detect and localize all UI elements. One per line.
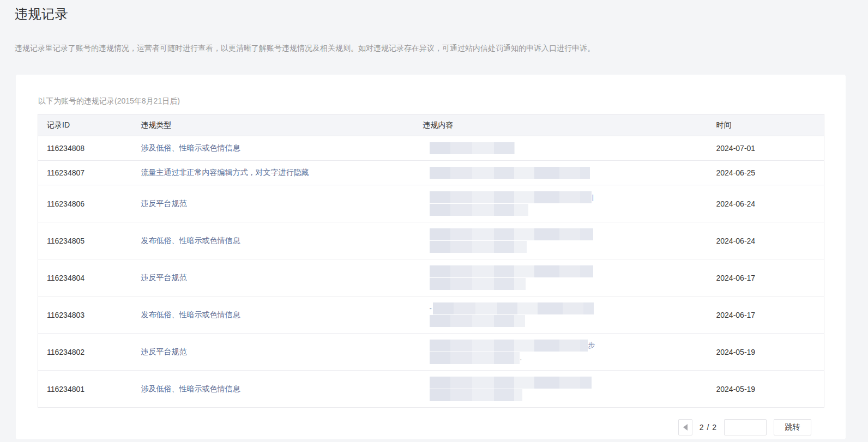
redacted-content-block [430, 228, 593, 240]
violation-type-cell: 涉及低俗、性暗示或色情信息 [132, 136, 414, 161]
violation-type-link[interactable]: 涉及低俗、性暗示或色情信息 [141, 384, 240, 393]
redacted-content-line [430, 265, 699, 277]
content-fragment: | [592, 191, 594, 203]
record-id-cell: 116234801 [38, 371, 132, 408]
violation-type-cell: 发布低俗、性暗示或色情信息 [132, 296, 414, 334]
violation-type-cell: 涉及低俗、性暗示或色情信息 [132, 371, 414, 408]
date-cell: 2024-07-01 [708, 136, 824, 161]
table-row: 116234808涉及低俗、性暗示或色情信息2024-07-01 [38, 136, 824, 161]
column-header-violation-content: 违规内容 [414, 114, 708, 136]
redacted-content-block [430, 389, 522, 401]
violation-type-cell: 违反平台规范 [132, 334, 414, 371]
redacted-content-line [430, 389, 699, 401]
column-header-record-id: 记录ID [38, 114, 132, 136]
table-row: 116234806违反平台规范|2024-06-24 [38, 185, 824, 222]
violation-content-cell [414, 259, 708, 296]
date-cell: 2024-06-17 [708, 296, 824, 334]
previous-page-button[interactable] [678, 419, 692, 435]
date-cell: 2024-05-19 [708, 371, 824, 408]
violation-content-cell: | [414, 185, 708, 222]
violation-content-cell: - [414, 296, 708, 334]
page-jump-input[interactable] [724, 419, 767, 435]
violation-content-cell [414, 136, 708, 161]
violation-type-link[interactable]: 违反平台规范 [141, 199, 187, 208]
record-id-cell: 116234806 [38, 185, 132, 222]
violation-records-card: 以下为账号的违规记录(2015年8月21日后) 记录ID 违规类型 违规内容 时… [16, 75, 846, 439]
previous-page-icon [683, 424, 688, 431]
record-id-cell: 116234808 [38, 136, 132, 161]
date-cell: 2024-06-24 [708, 222, 824, 259]
violation-type-link[interactable]: 违反平台规范 [141, 347, 187, 356]
table-row: 116234803发布低俗、性暗示或色情信息-2024-06-17 [38, 296, 824, 334]
table-row: 116234802违反平台规范步.2024-05-19 [38, 334, 824, 371]
table-row: 116234805发布低俗、性暗示或色情信息2024-06-24 [38, 222, 824, 259]
pagination: 2 / 2 跳转 [38, 419, 824, 435]
violation-type-link[interactable]: 违反平台规范 [141, 273, 187, 282]
violation-type-link[interactable]: 涉及低俗、性暗示或色情信息 [141, 143, 240, 152]
page-description: 违规记录里记录了账号的违规情况，运营者可随时进行查看，以更清晰了解账号违规情况及… [15, 43, 853, 53]
date-cell: 2024-06-25 [708, 161, 824, 185]
redacted-content-line [430, 228, 699, 240]
redacted-content-block [430, 191, 592, 203]
column-header-time: 时间 [708, 114, 824, 136]
table-row: 116234807流量主通过非正常内容编辑方式，对文字进行隐藏2024-06-2… [38, 161, 824, 185]
violation-type-link[interactable]: 发布低俗、性暗示或色情信息 [141, 310, 240, 319]
table-row: 116234801涉及低俗、性暗示或色情信息2024-05-19 [38, 371, 824, 408]
page-title: 违规记录 [15, 5, 853, 23]
redacted-content-block [430, 278, 526, 290]
table-row: 116234804违反平台规范2024-06-17 [38, 259, 824, 296]
violation-records-table: 记录ID 违规类型 违规内容 时间 116234808涉及低俗、性暗示或色情信息… [38, 114, 824, 408]
redacted-content-block [430, 377, 592, 389]
violation-content-cell: 步. [414, 334, 708, 371]
record-id-cell: 116234803 [38, 296, 132, 334]
violation-content-cell [414, 371, 708, 408]
page-indicator: 2 / 2 [700, 423, 717, 432]
date-cell: 2024-06-17 [708, 259, 824, 296]
violation-type-link[interactable]: 流量主通过非正常内容编辑方式，对文字进行隐藏 [141, 168, 309, 177]
redacted-content-line: . [430, 352, 699, 364]
date-cell: 2024-05-19 [708, 334, 824, 371]
redacted-content-line [430, 204, 699, 216]
redacted-content-line: 步 [430, 340, 699, 352]
redacted-content-block [430, 241, 527, 253]
redacted-content-line [430, 377, 699, 389]
redacted-content-block [430, 142, 515, 154]
redacted-content-line [430, 167, 699, 179]
violation-type-cell: 流量主通过非正常内容编辑方式，对文字进行隐藏 [132, 161, 414, 185]
violation-table-body: 116234808涉及低俗、性暗示或色情信息2024-07-0111623480… [38, 136, 824, 408]
redacted-content-block [430, 340, 588, 352]
record-id-cell: 116234802 [38, 334, 132, 371]
violation-type-cell: 违反平台规范 [132, 185, 414, 222]
redacted-content-line: | [430, 191, 699, 203]
redacted-content-block [430, 204, 528, 216]
page-header: 违规记录 违规记录里记录了账号的违规情况，运营者可随时进行查看，以更清晰了解账号… [0, 0, 868, 53]
record-id-cell: 116234804 [38, 259, 132, 296]
redacted-content-block [430, 352, 520, 364]
violation-content-cell [414, 222, 708, 259]
table-header: 记录ID 违规类型 违规内容 时间 [38, 114, 824, 136]
violation-type-cell: 违反平台规范 [132, 259, 414, 296]
record-id-cell: 116234805 [38, 222, 132, 259]
redacted-content-block [430, 167, 590, 179]
redacted-content-block [433, 302, 594, 314]
violation-content-cell [414, 161, 708, 185]
redacted-content-line [430, 315, 699, 327]
content-fragment: . [520, 352, 522, 364]
redacted-content-block [430, 265, 593, 277]
violation-type-link[interactable]: 发布低俗、性暗示或色情信息 [141, 236, 240, 245]
record-id-cell: 116234807 [38, 161, 132, 185]
violation-type-cell: 发布低俗、性暗示或色情信息 [132, 222, 414, 259]
redacted-content-line [430, 278, 699, 290]
content-fragment: - [430, 302, 432, 314]
redacted-content-line: - [430, 302, 699, 314]
content-fragment: 步 [588, 340, 595, 352]
page-jump-button[interactable]: 跳转 [774, 419, 811, 435]
redacted-content-line [430, 142, 699, 154]
table-note: 以下为账号的违规记录(2015年8月21日后) [38, 96, 824, 106]
redacted-content-block [430, 315, 525, 327]
redacted-content-line [430, 241, 699, 253]
date-cell: 2024-06-24 [708, 185, 824, 222]
column-header-violation-type: 违规类型 [132, 114, 414, 136]
